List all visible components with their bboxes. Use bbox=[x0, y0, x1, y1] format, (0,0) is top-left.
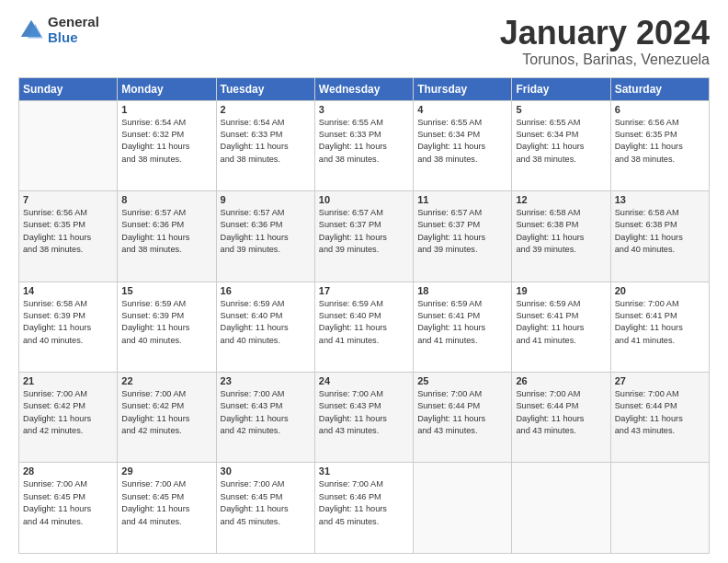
day-info: Sunrise: 6:59 AMSunset: 6:39 PMDaylight:… bbox=[121, 298, 211, 347]
day-number: 20 bbox=[615, 285, 705, 296]
day-header-sunday: Sunday bbox=[19, 77, 118, 100]
week-row-1: 1Sunrise: 6:54 AMSunset: 6:32 PMDaylight… bbox=[19, 100, 710, 190]
calendar-cell: 10Sunrise: 6:57 AMSunset: 6:37 PMDayligh… bbox=[314, 191, 413, 282]
calendar-cell bbox=[19, 100, 118, 190]
calendar-cell: 13Sunrise: 6:58 AMSunset: 6:38 PMDayligh… bbox=[610, 191, 709, 282]
logo-general-text: General bbox=[48, 15, 99, 30]
day-number: 17 bbox=[319, 285, 409, 296]
day-number: 4 bbox=[417, 104, 507, 115]
calendar-cell: 18Sunrise: 6:59 AMSunset: 6:41 PMDayligh… bbox=[414, 282, 512, 372]
day-number: 27 bbox=[615, 375, 705, 386]
calendar-title: January 2024 bbox=[500, 15, 710, 52]
day-number: 21 bbox=[23, 375, 113, 386]
day-number: 7 bbox=[23, 194, 113, 205]
calendar-cell: 7Sunrise: 6:56 AMSunset: 6:35 PMDaylight… bbox=[19, 191, 118, 282]
calendar-cell: 9Sunrise: 6:57 AMSunset: 6:36 PMDaylight… bbox=[216, 191, 314, 282]
day-info: Sunrise: 7:00 AMSunset: 6:42 PMDaylight:… bbox=[121, 388, 211, 437]
logo-icon bbox=[18, 17, 44, 43]
calendar-cell: 20Sunrise: 7:00 AMSunset: 6:41 PMDayligh… bbox=[610, 282, 709, 372]
calendar-cell: 28Sunrise: 7:00 AMSunset: 6:45 PMDayligh… bbox=[19, 463, 118, 554]
logo: General Blue bbox=[18, 15, 99, 45]
day-info: Sunrise: 7:00 AMSunset: 6:41 PMDaylight:… bbox=[615, 298, 705, 347]
day-info: Sunrise: 6:56 AMSunset: 6:35 PMDaylight:… bbox=[23, 207, 113, 256]
day-info: Sunrise: 6:55 AMSunset: 6:34 PMDaylight:… bbox=[516, 117, 606, 166]
calendar-cell: 15Sunrise: 6:59 AMSunset: 6:39 PMDayligh… bbox=[118, 282, 216, 372]
calendar-subtitle: Torunos, Barinas, Venezuela bbox=[500, 52, 710, 68]
calendar-table: SundayMondayTuesdayWednesdayThursdayFrid… bbox=[18, 77, 710, 554]
day-number: 15 bbox=[121, 285, 211, 296]
day-number: 16 bbox=[221, 285, 311, 296]
day-info: Sunrise: 6:57 AMSunset: 6:36 PMDaylight:… bbox=[221, 207, 311, 256]
day-info: Sunrise: 6:59 AMSunset: 6:41 PMDaylight:… bbox=[516, 298, 606, 347]
day-info: Sunrise: 6:57 AMSunset: 6:37 PMDaylight:… bbox=[417, 207, 507, 256]
calendar-cell: 4Sunrise: 6:55 AMSunset: 6:34 PMDaylight… bbox=[414, 100, 512, 190]
calendar-cell: 2Sunrise: 6:54 AMSunset: 6:33 PMDaylight… bbox=[216, 100, 314, 190]
day-number: 29 bbox=[121, 465, 211, 477]
day-header-friday: Friday bbox=[512, 77, 610, 100]
logo-blue-text: Blue bbox=[48, 30, 99, 46]
day-number: 26 bbox=[516, 375, 606, 386]
calendar-cell bbox=[414, 463, 512, 554]
logo-text: General Blue bbox=[48, 15, 99, 45]
day-number: 28 bbox=[23, 465, 113, 477]
day-info: Sunrise: 6:58 AMSunset: 6:39 PMDaylight:… bbox=[23, 298, 113, 347]
day-number: 8 bbox=[121, 194, 211, 205]
calendar-cell: 25Sunrise: 7:00 AMSunset: 6:44 PMDayligh… bbox=[414, 373, 512, 463]
day-number: 2 bbox=[221, 104, 311, 115]
day-info: Sunrise: 6:55 AMSunset: 6:34 PMDaylight:… bbox=[417, 117, 507, 166]
day-info: Sunrise: 7:00 AMSunset: 6:44 PMDaylight:… bbox=[417, 388, 507, 437]
header: General Blue January 2024 Torunos, Barin… bbox=[18, 15, 710, 68]
day-number: 10 bbox=[319, 194, 409, 205]
day-info: Sunrise: 7:00 AMSunset: 6:45 PMDaylight:… bbox=[23, 478, 113, 527]
day-header-saturday: Saturday bbox=[610, 77, 709, 100]
day-info: Sunrise: 7:00 AMSunset: 6:46 PMDaylight:… bbox=[319, 478, 409, 527]
title-block: January 2024 Torunos, Barinas, Venezuela bbox=[500, 15, 710, 68]
day-info: Sunrise: 7:00 AMSunset: 6:44 PMDaylight:… bbox=[615, 388, 705, 437]
day-info: Sunrise: 6:56 AMSunset: 6:35 PMDaylight:… bbox=[615, 117, 705, 166]
day-number: 3 bbox=[319, 104, 409, 115]
day-number: 5 bbox=[516, 104, 606, 115]
day-number: 18 bbox=[417, 285, 507, 296]
day-info: Sunrise: 6:54 AMSunset: 6:32 PMDaylight:… bbox=[121, 117, 211, 166]
day-number: 25 bbox=[417, 375, 507, 386]
day-header-monday: Monday bbox=[118, 77, 216, 100]
calendar-cell: 14Sunrise: 6:58 AMSunset: 6:39 PMDayligh… bbox=[19, 282, 118, 372]
calendar-cell: 22Sunrise: 7:00 AMSunset: 6:42 PMDayligh… bbox=[118, 373, 216, 463]
day-number: 31 bbox=[319, 465, 409, 477]
calendar-cell: 21Sunrise: 7:00 AMSunset: 6:42 PMDayligh… bbox=[19, 373, 118, 463]
calendar-cell: 11Sunrise: 6:57 AMSunset: 6:37 PMDayligh… bbox=[414, 191, 512, 282]
day-number: 14 bbox=[23, 285, 113, 296]
calendar-cell: 5Sunrise: 6:55 AMSunset: 6:34 PMDaylight… bbox=[512, 100, 610, 190]
day-info: Sunrise: 6:58 AMSunset: 6:38 PMDaylight:… bbox=[615, 207, 705, 256]
day-number: 30 bbox=[221, 465, 311, 477]
calendar-cell bbox=[512, 463, 610, 554]
day-number: 24 bbox=[319, 375, 409, 386]
day-info: Sunrise: 6:57 AMSunset: 6:37 PMDaylight:… bbox=[319, 207, 409, 256]
day-info: Sunrise: 6:58 AMSunset: 6:38 PMDaylight:… bbox=[516, 207, 606, 256]
day-header-wednesday: Wednesday bbox=[314, 77, 413, 100]
day-header-thursday: Thursday bbox=[414, 77, 512, 100]
day-number: 19 bbox=[516, 285, 606, 296]
day-info: Sunrise: 6:57 AMSunset: 6:36 PMDaylight:… bbox=[121, 207, 211, 256]
day-number: 12 bbox=[516, 194, 606, 205]
day-info: Sunrise: 6:59 AMSunset: 6:40 PMDaylight:… bbox=[221, 298, 311, 347]
page: General Blue January 2024 Torunos, Barin… bbox=[0, 0, 728, 563]
day-info: Sunrise: 6:59 AMSunset: 6:40 PMDaylight:… bbox=[319, 298, 409, 347]
day-info: Sunrise: 6:54 AMSunset: 6:33 PMDaylight:… bbox=[221, 117, 311, 166]
calendar-cell: 16Sunrise: 6:59 AMSunset: 6:40 PMDayligh… bbox=[216, 282, 314, 372]
calendar-cell: 27Sunrise: 7:00 AMSunset: 6:44 PMDayligh… bbox=[610, 373, 709, 463]
day-info: Sunrise: 7:00 AMSunset: 6:43 PMDaylight:… bbox=[319, 388, 409, 437]
calendar-cell: 31Sunrise: 7:00 AMSunset: 6:46 PMDayligh… bbox=[314, 463, 413, 554]
calendar-cell: 1Sunrise: 6:54 AMSunset: 6:32 PMDaylight… bbox=[118, 100, 216, 190]
day-info: Sunrise: 7:00 AMSunset: 6:45 PMDaylight:… bbox=[121, 478, 211, 527]
calendar-cell: 24Sunrise: 7:00 AMSunset: 6:43 PMDayligh… bbox=[314, 373, 413, 463]
day-number: 1 bbox=[121, 104, 211, 115]
day-info: Sunrise: 7:00 AMSunset: 6:42 PMDaylight:… bbox=[23, 388, 113, 437]
day-number: 9 bbox=[221, 194, 311, 205]
day-info: Sunrise: 7:00 AMSunset: 6:45 PMDaylight:… bbox=[221, 478, 311, 527]
day-header-tuesday: Tuesday bbox=[216, 77, 314, 100]
calendar-cell: 30Sunrise: 7:00 AMSunset: 6:45 PMDayligh… bbox=[216, 463, 314, 554]
day-number: 13 bbox=[615, 194, 705, 205]
week-row-5: 28Sunrise: 7:00 AMSunset: 6:45 PMDayligh… bbox=[19, 463, 710, 554]
calendar-cell: 19Sunrise: 6:59 AMSunset: 6:41 PMDayligh… bbox=[512, 282, 610, 372]
